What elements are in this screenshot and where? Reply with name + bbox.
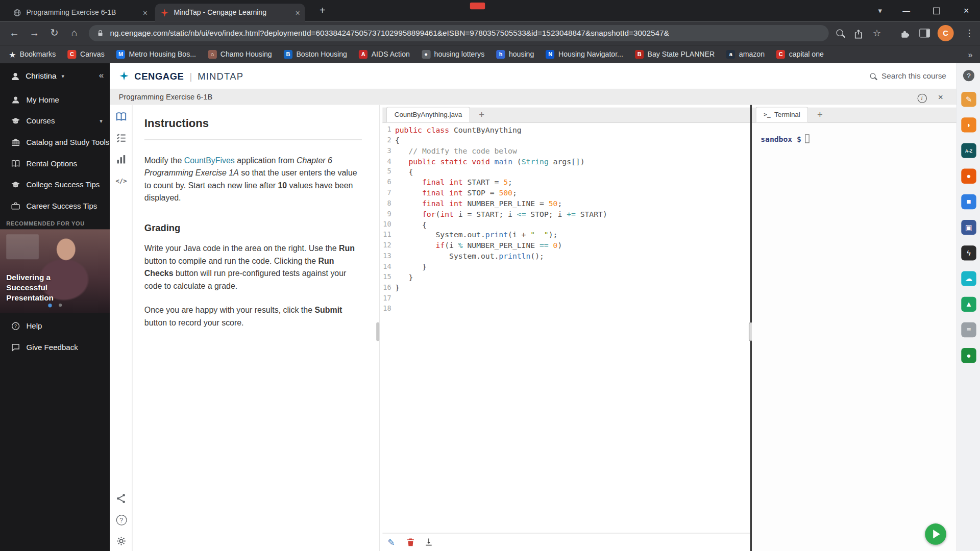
code-line[interactable]: 10 {	[382, 220, 750, 231]
code-line[interactable]: 13 System.out.println();	[382, 251, 750, 262]
sidebar-item-career-success-tips[interactable]: Career Success Tips	[0, 195, 110, 217]
terminal-body[interactable]: sandbox $	[752, 123, 956, 551]
bookmark-item[interactable]: ●housing lotterys	[422, 50, 484, 59]
atoz-icon[interactable]: A-Z	[961, 143, 976, 158]
back-icon[interactable]: ←	[6, 21, 22, 45]
menu-icon[interactable]: ⋮	[961, 21, 977, 45]
bookmark-item[interactable]: hhousing	[496, 50, 534, 59]
code-line[interactable]: 5 {	[382, 167, 750, 178]
close-icon[interactable]: ×	[143, 9, 148, 17]
address-bar[interactable]: ng.cengage.com/static/nb/ui/evo/index.ht…	[89, 25, 829, 41]
sidebar-item-college-success-tips[interactable]: College Success Tips	[0, 174, 110, 196]
code-tool-icon[interactable]: </>	[115, 174, 127, 187]
document-icon[interactable]: ≡	[961, 322, 976, 337]
share-icon[interactable]	[850, 21, 866, 45]
browser-orange-icon[interactable]: ●	[961, 169, 976, 184]
code-line[interactable]: 6 final int START = 5;	[382, 178, 750, 188]
inline-link[interactable]: CountByFives	[184, 156, 235, 165]
code-line[interactable]: 3 // Modify the code below	[382, 146, 750, 157]
recommended-card[interactable]: Delivering a Successful Presentation	[0, 229, 110, 313]
code-line[interactable]: 12 if(i % NUMBER_PER_LINE == 0)	[382, 241, 750, 252]
bookmark-item[interactable]: BBay State PLANNER	[635, 50, 715, 59]
minimize-icon[interactable]: —	[894, 0, 919, 21]
code-area[interactable]: 1public class CountByAnything2{3 // Modi…	[382, 123, 750, 533]
side-panel-icon[interactable]	[916, 21, 933, 45]
run-button[interactable]	[925, 523, 946, 545]
splitter-handle[interactable]	[376, 322, 379, 341]
edit-pencil-icon[interactable]: ✎	[961, 92, 976, 107]
code-line[interactable]: 17	[382, 293, 750, 304]
code-line[interactable]: 9 for(int i = START; i <= STOP; i += STA…	[382, 209, 750, 220]
drive-icon[interactable]: ▲	[961, 297, 976, 312]
code-line[interactable]: 11 System.out.print(i + " ");	[382, 230, 750, 241]
download-icon[interactable]	[424, 537, 434, 547]
bookmark-item[interactable]: ★Bookmarks	[9, 49, 56, 59]
bookmarks-overflow-icon[interactable]: »	[968, 45, 972, 64]
info-icon[interactable]: i	[915, 89, 929, 105]
collapse-sidebar-button[interactable]: «	[99, 70, 104, 80]
sidebar-item-my-home[interactable]: My Home	[0, 89, 110, 111]
terminal-tab[interactable]: >_ Terminal	[755, 107, 808, 122]
bookmark-item[interactable]: Ccapital one	[776, 50, 824, 59]
bookmark-item[interactable]: CCanvas	[67, 50, 104, 59]
sidebar-item-rental-options[interactable]: Rental Options	[0, 153, 110, 174]
photos-icon[interactable]: ▣	[961, 220, 976, 235]
sidebar-item-help[interactable]: ?Help	[0, 315, 110, 337]
bookmark-item[interactable]: aamazon	[726, 50, 765, 59]
carousel-dot[interactable]	[59, 304, 62, 307]
sidebar-item-give-feedback[interactable]: Give Feedback	[0, 337, 110, 358]
editor-file-tab[interactable]: CountByAnything.java	[386, 107, 470, 122]
code-line[interactable]: 8 final int NUMBER_PER_LINE = 50;	[382, 198, 750, 209]
profile-avatar[interactable]: C	[938, 25, 954, 41]
delete-icon[interactable]	[406, 537, 416, 547]
question-icon[interactable]: ?	[115, 514, 127, 526]
code-line[interactable]: 7 final int STOP = 500;	[382, 188, 750, 199]
bookmark-item[interactable]: ⌂Chamo Housing	[208, 50, 272, 59]
brand-logo[interactable]: CENGAGE | MINDTAP	[119, 63, 243, 89]
browser-tab-exercise[interactable]: Programming Exercise 6-1B ×	[8, 4, 153, 21]
code-line[interactable]: 15 }	[382, 272, 750, 283]
zoom-icon[interactable]	[831, 21, 848, 45]
add-file-icon[interactable]: +	[479, 107, 484, 122]
bookmark-item[interactable]: NHousing Navigator...	[546, 50, 623, 59]
cloud-icon[interactable]: ☁	[961, 271, 976, 286]
checklist-icon[interactable]	[115, 132, 127, 144]
panel-splitter[interactable]	[379, 105, 380, 551]
rss-icon[interactable]: ◗	[961, 117, 976, 132]
refresh-icon[interactable]: ↻	[46, 21, 63, 45]
extensions-icon[interactable]	[896, 21, 913, 45]
reader-book-icon[interactable]	[115, 111, 127, 123]
progress-chart-icon[interactable]	[115, 153, 127, 165]
user-menu[interactable]: Christina ▾	[0, 63, 110, 89]
new-tab-button[interactable]: +	[315, 3, 330, 18]
signature-icon[interactable]: ϟ	[961, 245, 976, 260]
gear-icon[interactable]	[115, 535, 127, 547]
help-icon[interactable]: ?	[963, 70, 974, 81]
maximize-icon[interactable]	[924, 0, 949, 21]
blue-app-icon[interactable]: ■	[961, 194, 976, 209]
code-line[interactable]: 18	[382, 304, 750, 315]
browser-tab-mindtap[interactable]: MindTap - Cengage Learning ×	[155, 4, 305, 21]
code-line[interactable]: 14 }	[382, 262, 750, 272]
forward-icon[interactable]: →	[26, 21, 42, 45]
window-close-icon[interactable]: ×	[952, 0, 980, 21]
code-line[interactable]: 16}	[382, 283, 750, 293]
bookmark-item[interactable]: MMetro Housing Bos...	[116, 50, 196, 59]
code-line[interactable]: 2{	[382, 136, 750, 146]
edit-code-icon[interactable]: ✎	[387, 537, 398, 547]
sidebar-item-catalog-and-study-tools[interactable]: Catalog and Study Tools	[0, 132, 110, 153]
bookmark-item[interactable]: BBoston Housing	[284, 50, 347, 59]
add-terminal-icon[interactable]: +	[817, 107, 823, 122]
code-line[interactable]: 1public class CountByAnything	[382, 125, 750, 136]
carousel-dot-active[interactable]	[48, 304, 52, 307]
tab-search-chevron-icon[interactable]: ▾	[869, 0, 891, 21]
close-icon[interactable]: ×	[295, 9, 300, 17]
close-activity-icon[interactable]: ×	[934, 89, 947, 105]
share-nodes-icon[interactable]	[115, 492, 127, 505]
home-icon[interactable]: ⌂	[66, 21, 83, 45]
sidebar-item-courses[interactable]: Courses▾	[0, 111, 110, 132]
bookmark-item[interactable]: AAIDS Action	[359, 50, 410, 59]
screen-recording-indicator[interactable]	[470, 3, 485, 9]
code-line[interactable]: 4 public static void main (String args[]…	[382, 157, 750, 167]
bookmark-star-icon[interactable]: ☆	[869, 21, 885, 45]
